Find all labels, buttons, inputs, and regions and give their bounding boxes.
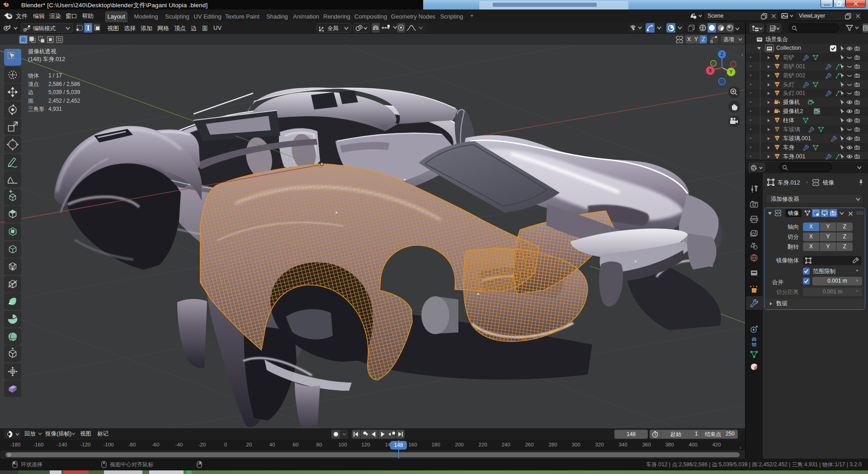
svg-text:X: X	[709, 68, 712, 73]
svg-text:‹: ‹	[741, 52, 743, 58]
svg-text:Z: Z	[721, 52, 723, 57]
svg-text:Y: Y	[730, 70, 733, 75]
